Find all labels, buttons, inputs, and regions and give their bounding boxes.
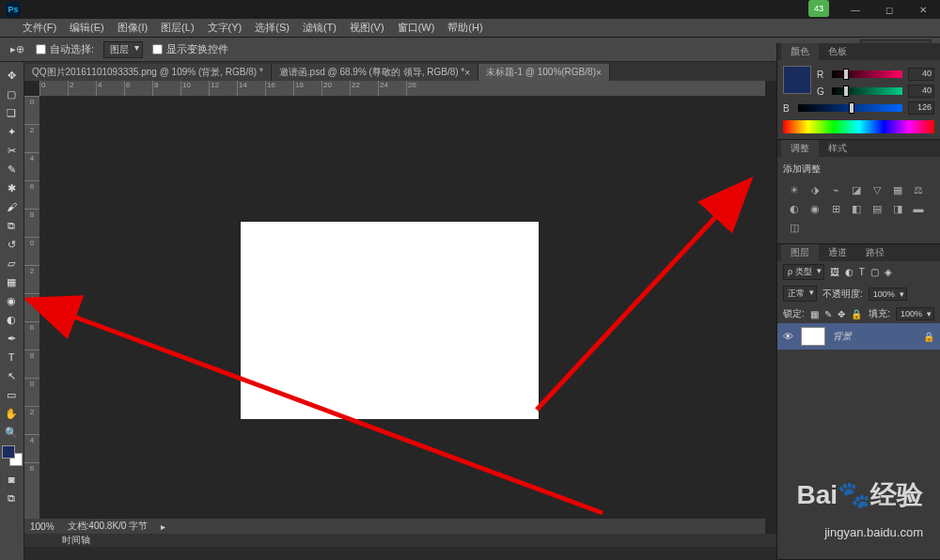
spectrum-bar[interactable] [783, 120, 934, 133]
lock-paint-icon[interactable]: ✎ [824, 309, 832, 319]
channel-mixer-icon[interactable]: ⊞ [828, 202, 843, 215]
fill-value[interactable]: 100% [896, 307, 934, 320]
document-tabs: QQ图片20161101093335.png @ 109% (背景, RGB/8… [24, 62, 776, 81]
vibrance-icon[interactable]: ▽ [870, 183, 885, 196]
quickmask-icon[interactable]: ◙ [0, 470, 23, 489]
maximize-button[interactable]: ◻ [872, 0, 906, 19]
menu-file[interactable]: 文件(F) [23, 21, 56, 35]
layer-thumbnail[interactable] [801, 327, 825, 346]
path-tool-icon[interactable]: ↖ [0, 366, 23, 385]
hue-icon[interactable]: ▦ [890, 183, 905, 196]
hand-tool-icon[interactable]: ✋ [0, 404, 23, 423]
channels-tab[interactable]: 通道 [819, 244, 856, 261]
dodge-tool-icon[interactable]: ◐ [0, 310, 23, 329]
layers-tab[interactable]: 图层 [781, 244, 819, 261]
selective-color-icon[interactable]: ◫ [787, 221, 802, 234]
stamp-tool-icon[interactable]: ⧉ [0, 216, 23, 235]
auto-select-dropdown[interactable]: 图层 [103, 41, 143, 58]
heal-tool-icon[interactable]: ✱ [0, 179, 23, 197]
photo-filter-icon[interactable]: ◉ [807, 202, 822, 215]
b-slider[interactable] [798, 104, 902, 112]
show-transform-check[interactable]: 显示变换控件 [152, 42, 228, 56]
threshold-icon[interactable]: ◨ [890, 202, 905, 215]
exposure-icon[interactable]: ◪ [849, 183, 864, 196]
menu-bar: 文件(F) 编辑(E) 图像(I) 图层(L) 文字(Y) 选择(S) 滤镜(T… [0, 19, 940, 38]
timeline-tab[interactable]: 时间轴 [24, 534, 776, 547]
layer-name[interactable]: 背景 [833, 330, 916, 343]
move-tool-icon[interactable]: ✥ [0, 66, 23, 85]
canvas-area[interactable]: 02468101214161820222426 02468024680246 1… [24, 81, 776, 547]
g-value[interactable]: 40 [908, 85, 934, 98]
wand-tool-icon[interactable]: ✦ [0, 122, 23, 141]
add-adjust-label: 添加调整 [783, 163, 934, 176]
eraser-tool-icon[interactable]: ▱ [0, 254, 23, 272]
menu-layer[interactable]: 图层(L) [161, 21, 194, 35]
swatches-tab[interactable]: 色板 [819, 43, 856, 60]
menu-window[interactable]: 窗口(W) [398, 21, 435, 35]
type-tool-icon[interactable]: T [0, 348, 23, 366]
minimize-button[interactable]: — [838, 0, 872, 19]
styles-tab[interactable]: 样式 [819, 140, 856, 157]
menu-view[interactable]: 视图(V) [350, 21, 384, 35]
type-filter-icon[interactable]: 🖼 [830, 267, 839, 277]
r-value[interactable]: 40 [908, 68, 934, 81]
blur-tool-icon[interactable]: ◉ [0, 291, 23, 310]
filter-kind-dropdown[interactable]: ρ 类型 [783, 264, 824, 280]
adjustments-panel: 调整 样式 添加调整 ☀ ⬗ ⌁ ◪ ▽ ▦ ⚖ ◐ ◉ ⊞ ◧ ▤ ◨ ▬ ◫ [777, 140, 940, 244]
notification-badge[interactable]: 43 [808, 0, 829, 17]
colorbal-icon[interactable]: ⚖ [911, 183, 926, 196]
zoom-tool-icon[interactable]: 🔍 [0, 423, 23, 442]
curves-icon[interactable]: ⌁ [828, 183, 843, 196]
type-filter-icon[interactable]: T [859, 267, 865, 277]
zoom-value[interactable]: 100% [30, 521, 55, 532]
bw-icon[interactable]: ◐ [787, 202, 802, 215]
type-filter-icon[interactable]: ◈ [885, 267, 892, 277]
layer-background[interactable]: 👁 背景 🔒 [777, 323, 940, 350]
blend-mode-dropdown[interactable]: 正常 [783, 286, 817, 302]
levels-icon[interactable]: ⬗ [807, 183, 822, 196]
menu-filter[interactable]: 滤镜(T) [303, 21, 337, 35]
adjust-tab[interactable]: 调整 [781, 140, 819, 157]
gradient-map-icon[interactable]: ▬ [911, 202, 926, 215]
type-filter-icon[interactable]: ▢ [870, 267, 879, 277]
lasso-tool-icon[interactable]: ❏ [0, 103, 23, 122]
type-filter-icon[interactable]: ◐ [845, 267, 854, 277]
r-slider[interactable] [832, 70, 902, 78]
visibility-icon[interactable]: 👁 [783, 331, 793, 342]
document-tab[interactable]: 邀请函.psd @ 68.9% (尊敬的 领导, RGB/8) * × [272, 64, 478, 81]
lock-all-icon[interactable]: 🔒 [851, 309, 862, 319]
brightness-icon[interactable]: ☀ [787, 183, 802, 196]
color-tab[interactable]: 颜色 [781, 43, 819, 60]
document-tab[interactable]: QQ图片20161101093335.png @ 109% (背景, RGB/8… [24, 64, 272, 81]
lock-pos-icon[interactable]: ✥ [838, 309, 845, 319]
menu-help[interactable]: 帮助(H) [447, 21, 482, 35]
auto-select-check[interactable]: 自动选择: [36, 42, 94, 56]
menu-edit[interactable]: 编辑(E) [70, 21, 104, 35]
menu-select[interactable]: 选择(S) [255, 21, 290, 35]
brush-tool-icon[interactable]: 🖌 [0, 197, 23, 216]
marquee-tool-icon[interactable]: ▢ [0, 85, 23, 103]
b-value[interactable]: 126 [908, 101, 934, 115]
current-color-swatch[interactable] [783, 66, 811, 94]
opacity-value[interactable]: 100% [869, 288, 907, 301]
close-button[interactable]: ✕ [906, 0, 940, 19]
menu-image[interactable]: 图像(I) [118, 21, 148, 35]
invert-icon[interactable]: ◧ [849, 202, 864, 215]
document-tab-active[interactable]: 未标题-1 @ 100%(RGB/8) × [478, 64, 610, 81]
menu-type[interactable]: 文字(Y) [208, 21, 243, 35]
pen-tool-icon[interactable]: ✒ [0, 329, 23, 348]
canvas[interactable] [241, 222, 539, 419]
eyedropper-tool-icon[interactable]: ✎ [0, 160, 23, 179]
paths-tab[interactable]: 路径 [856, 244, 894, 261]
lock-pixels-icon[interactable]: ▦ [810, 309, 819, 319]
posterize-icon[interactable]: ▤ [870, 202, 885, 215]
right-panels: 颜色 色板 R 40 G 40 B 126 [776, 43, 940, 560]
history-brush-icon[interactable]: ↺ [0, 235, 23, 254]
color-swatches[interactable] [2, 445, 23, 466]
shape-tool-icon[interactable]: ▭ [0, 385, 23, 404]
g-slider[interactable] [832, 87, 902, 95]
crop-tool-icon[interactable]: ✂ [0, 141, 23, 160]
gradient-tool-icon[interactable]: ▦ [0, 272, 23, 291]
screenmode-icon[interactable]: ⧉ [0, 489, 23, 507]
layers-list: 👁 背景 🔒 [777, 323, 940, 559]
